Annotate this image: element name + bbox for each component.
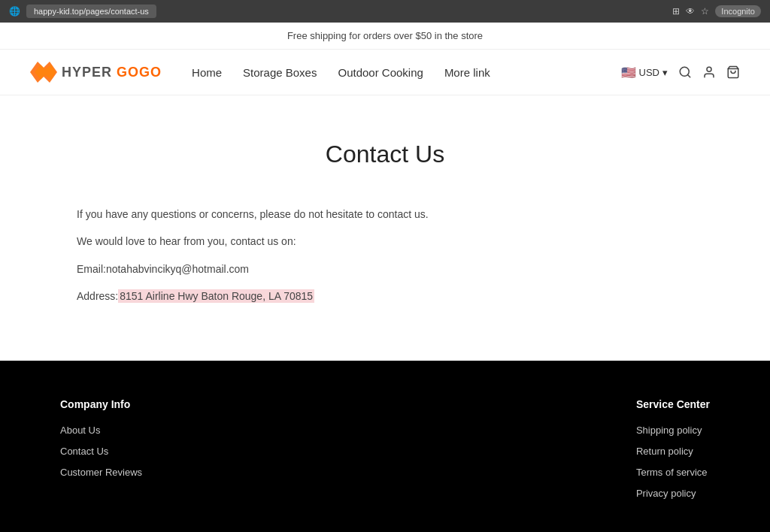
browser-grid-icon[interactable]: ⊞ (672, 6, 680, 17)
announcement-bar: Free shipping for orders over $50 in the… (0, 23, 770, 50)
list-item: Privacy policy (636, 487, 710, 499)
search-button[interactable] (678, 65, 692, 79)
currency-dropdown-icon: ▾ (662, 67, 668, 78)
browser-favicon: 🌐 (9, 6, 20, 17)
svg-line-3 (687, 74, 690, 77)
main-nav: Home Storage Boxes Outdoor Cooking More … (192, 66, 621, 79)
currency-flag: 🇺🇸 (621, 65, 636, 80)
list-item: Return policy (636, 445, 710, 457)
incognito-badge: Incognito (715, 5, 761, 17)
list-item: About Us (60, 424, 142, 436)
list-item: Customer Reviews (60, 466, 142, 478)
currency-code: USD (639, 67, 659, 78)
footer-company-title: Company Info (60, 398, 142, 410)
footer-terms-of-service[interactable]: Terms of service (636, 467, 708, 478)
main-content: Contact Us If you have any questions or … (0, 95, 770, 361)
browser-star-icon[interactable]: ☆ (701, 6, 709, 17)
account-button[interactable] (702, 65, 716, 79)
footer-company-col: Company Info About Us Contact Us Custome… (60, 398, 142, 508)
nav-outdoor-cooking[interactable]: Outdoor Cooking (338, 66, 423, 79)
address-label: Address: (77, 290, 118, 302)
contact-para-1: If you have any questions or concerns, p… (77, 206, 693, 222)
logo-icon (30, 62, 57, 83)
list-item: Shipping policy (636, 424, 710, 436)
footer-return-policy[interactable]: Return policy (636, 446, 693, 457)
browser-url[interactable]: happy-kid.top/pages/contact-us (26, 5, 156, 18)
site-footer: Company Info About Us Contact Us Custome… (0, 361, 770, 532)
footer-about-us[interactable]: About Us (60, 425, 100, 436)
footer-service-links: Shipping policy Return policy Terms of s… (636, 424, 710, 499)
logo-link[interactable]: HYPER GOGO (30, 62, 162, 83)
logo-gogo: GOGO (117, 65, 162, 80)
contact-para-2: We would love to hear from you, contact … (77, 233, 693, 249)
email-value: notahabvincikyq@hotmail.com (106, 263, 249, 275)
footer-shipping-policy[interactable]: Shipping policy (636, 425, 702, 436)
footer-columns: Company Info About Us Contact Us Custome… (60, 398, 710, 508)
list-item: Contact Us (60, 445, 142, 457)
search-icon (678, 65, 692, 79)
svg-point-4 (707, 67, 711, 71)
currency-selector[interactable]: 🇺🇸 USD ▾ (621, 65, 668, 80)
header-actions: 🇺🇸 USD ▾ (621, 65, 740, 80)
contact-email: Email:notahabvincikyq@hotmail.com (77, 261, 693, 277)
nav-more-link[interactable]: More link (444, 66, 490, 79)
footer-privacy-policy[interactable]: Privacy policy (636, 488, 696, 499)
browser-actions: ⊞ 👁 ☆ Incognito (672, 5, 761, 17)
browser-chrome: 🌐 happy-kid.top/pages/contact-us ⊞ 👁 ☆ I… (0, 0, 770, 23)
contact-address: Address:8151 Airline Hwy Baton Rouge, LA… (77, 288, 693, 304)
logo-text: HYPER GOGO (62, 65, 162, 80)
footer-service-title: Service Center (636, 398, 710, 410)
list-item: Terms of service (636, 466, 710, 478)
footer-company-links: About Us Contact Us Customer Reviews (60, 424, 142, 478)
address-value: 8151 Airline Hwy Baton Rouge, LA 70815 (118, 289, 314, 303)
email-label: Email: (77, 263, 106, 275)
contact-body: If you have any questions or concerns, p… (77, 206, 693, 305)
logo-hyper: HYPER (62, 65, 112, 80)
footer-customer-reviews[interactable]: Customer Reviews (60, 467, 142, 478)
footer-contact-us[interactable]: Contact Us (60, 446, 108, 457)
account-icon (702, 65, 716, 79)
cart-icon (726, 65, 740, 79)
page-title: Contact Us (77, 141, 693, 168)
site-header: HYPER GOGO Home Storage Boxes Outdoor Co… (0, 50, 770, 95)
announcement-text: Free shipping for orders over $50 in the… (287, 30, 483, 41)
nav-home[interactable]: Home (192, 66, 222, 79)
footer-service-col: Service Center Shipping policy Return po… (636, 398, 710, 508)
browser-eye-icon[interactable]: 👁 (686, 6, 695, 17)
cart-button[interactable] (726, 65, 740, 79)
nav-storage-boxes[interactable]: Storage Boxes (243, 66, 317, 79)
